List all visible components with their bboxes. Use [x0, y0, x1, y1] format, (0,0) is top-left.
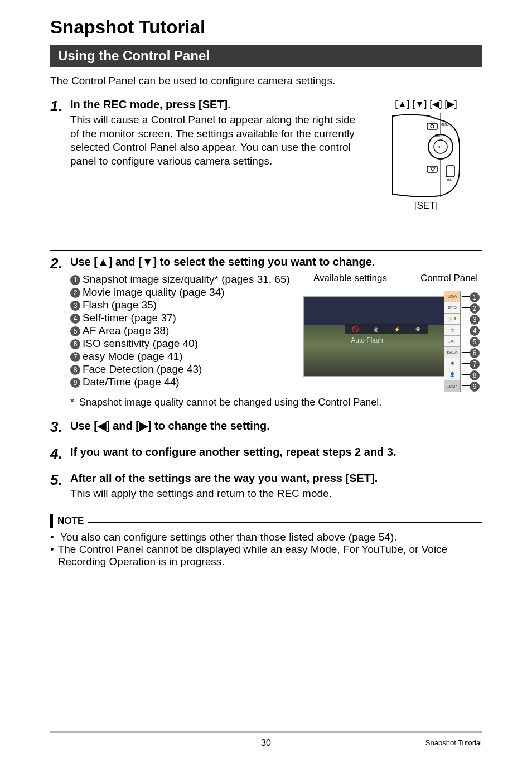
list-item-text: ISO sensitivity (page 40) [83, 337, 292, 350]
step-number: 2. [50, 255, 70, 272]
list-item-text: Flash (page 35) [83, 299, 292, 311]
note-bar-icon [50, 514, 53, 528]
list-item: 4Self-timer (page 37) [70, 312, 292, 324]
leader-lines: 1 2 3 4 5 6 7 8 9 [462, 291, 482, 391]
svg-text:SET: SET [437, 145, 444, 149]
num-badge: 3 [70, 301, 80, 311]
num-badge: 1 [470, 292, 480, 302]
divider [50, 250, 482, 251]
divider [50, 441, 482, 441]
camera-back-icon: MENU SET DISP BS [387, 113, 465, 197]
step-number: 1. [50, 98, 70, 114]
list-item: 1Snapshot image size/quality* (pages 31,… [70, 273, 292, 286]
svg-text:MENU: MENU [441, 123, 449, 126]
num-badge: 2 [70, 288, 80, 298]
num-badge: 9 [70, 378, 80, 388]
note-line [88, 522, 482, 523]
num-badge: 4 [470, 326, 480, 336]
control-panel-strip: UGA STD ⚡A ◎ □AF ISOA ✸ 👤 10:34 [444, 291, 461, 392]
list-item-text: easy Mode (page 41) [83, 350, 292, 363]
note-heading-text: NOTE [57, 515, 84, 527]
list-item: 7easy Mode (page 41) [70, 350, 292, 363]
list-item-text: Face Detection (page 43) [83, 363, 292, 375]
step-title: If you want to configure another setting… [70, 446, 482, 459]
panel-cell: ✸ [444, 358, 460, 369]
settings-list: 1Snapshot image size/quality* (pages 31,… [70, 273, 292, 392]
page-number: 30 [50, 738, 482, 748]
num-badge: 3 [470, 315, 480, 325]
divider [50, 414, 482, 414]
note-list: •You also can configure settings other t… [50, 531, 482, 568]
list-item-text: Movie image quality (page 34) [83, 286, 292, 298]
svg-text:BS: BS [447, 178, 452, 181]
step-number: 4. [50, 446, 70, 462]
step-1: [▲] [▼] [◀] [▶] MENU SET DISP BS [SET] 1… [50, 98, 482, 211]
num-badge: 2 [470, 303, 480, 314]
panel-cell: □AF [444, 336, 460, 347]
num-badge: 1 [70, 275, 80, 285]
list-item-text: Date/Time (page 44) [83, 376, 292, 388]
step-title: In the REC mode, press [SET]. [70, 98, 365, 111]
num-badge: 7 [70, 352, 80, 362]
note-item-text: You also can configure settings other th… [60, 531, 396, 543]
num-badge: 9 [470, 382, 480, 392]
step-body: This will apply the settings and return … [70, 487, 482, 501]
step-title: After all of the settings are the way yo… [70, 472, 482, 485]
list-item: 5AF Area (page 38) [70, 325, 292, 337]
camera-figure: [▲] [▼] [◀] [▶] MENU SET DISP BS [SET] [370, 98, 482, 211]
num-badge: 5 [470, 337, 480, 347]
eye-icon: 👁 [415, 326, 421, 332]
note-heading: NOTE [50, 514, 482, 528]
flash-off-icon: 🚫 [352, 326, 359, 332]
list-item: 3Flash (page 35) [70, 299, 292, 311]
target-icon: ◎ [374, 326, 379, 332]
num-badge: 6 [70, 339, 80, 349]
num-badge: 4 [70, 314, 80, 324]
panel-cell: 👤 [444, 369, 460, 380]
num-badge: 8 [470, 370, 480, 380]
step-4: 4. If you want to configure another sett… [50, 446, 482, 462]
dpad-label: [▲] [▼] [◀] [▶] [370, 98, 482, 110]
step-number: 5. [50, 472, 70, 488]
svg-rect-8 [446, 166, 454, 177]
panel-cell: ⚡A [444, 314, 460, 325]
intro-text: The Control Panel can be used to configu… [50, 75, 482, 87]
panel-cell: UGA [444, 291, 460, 302]
flash-icon: ⚡ [394, 326, 400, 332]
step-3: 3. Use [◀] and [▶] to change the setting… [50, 419, 482, 435]
panel-cell: ◎ [444, 325, 460, 336]
page-footer: 30 Snapshot Tutorial [50, 731, 482, 747]
footnote: *Snapshot image quality cannot be change… [70, 397, 482, 408]
svg-rect-0 [427, 123, 437, 129]
list-item: •The Control Panel cannot be displayed w… [50, 543, 482, 568]
svg-text:DISP: DISP [435, 134, 442, 137]
divider [50, 467, 482, 467]
camera-screen-icon: 🚫 ◎ ⚡ 👁 Auto Flash [303, 296, 447, 377]
list-item: 8Face Detection (page 43) [70, 363, 292, 375]
control-panel-figure: Available settings Control Panel 🚫 ◎ ⚡ 👁 [303, 273, 482, 392]
panel-cell: STD [444, 302, 460, 314]
note-item-text: The Control Panel cannot be displayed wh… [58, 543, 482, 568]
panel-cell: ISOA [444, 347, 460, 358]
step-2: 2. Use [▲] and [▼] to select the setting… [50, 255, 482, 408]
list-item-text: AF Area (page 38) [83, 325, 292, 337]
list-item: 6ISO sensitivity (page 40) [70, 337, 292, 350]
step-number: 3. [50, 419, 70, 435]
list-item-text: Self-timer (page 37) [83, 312, 292, 324]
num-badge: 7 [470, 359, 480, 369]
footnote-text: Snapshot image quality cannot be changed… [79, 397, 381, 408]
control-panel-label: Control Panel [420, 273, 478, 284]
step-title: Use [▲] and [▼] to select the setting yo… [70, 255, 482, 268]
num-badge: 8 [70, 365, 80, 375]
set-label: [SET] [370, 200, 482, 211]
screen-caption: Auto Flash [304, 336, 429, 344]
num-badge: 5 [70, 326, 80, 336]
svg-rect-7 [427, 166, 437, 172]
available-settings-label: Available settings [313, 273, 387, 284]
list-item: •You also can configure settings other t… [50, 531, 482, 543]
step-title: Use [◀] and [▶] to change the setting. [70, 419, 482, 432]
settings-bar: 🚫 ◎ ⚡ 👁 [345, 324, 428, 334]
step-5: 5. After all of the settings are the way… [50, 472, 482, 501]
list-item: 9Date/Time (page 44) [70, 376, 292, 388]
list-item: 2Movie image quality (page 34) [70, 286, 292, 298]
